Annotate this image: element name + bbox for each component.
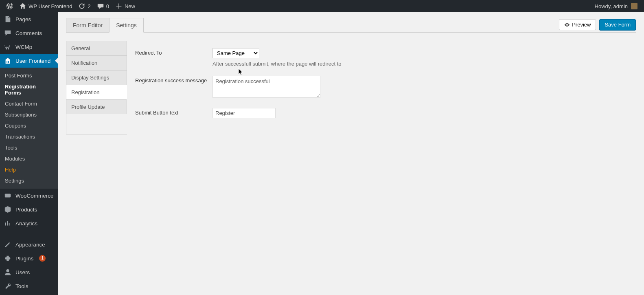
submenu-contact-form[interactable]: Contact Form <box>0 98 58 109</box>
sidebar-item-analytics[interactable]: Analytics <box>0 216 58 230</box>
analytics-icon <box>4 220 11 227</box>
submenu-help[interactable]: Help <box>0 164 58 175</box>
preview-button[interactable]: Preview <box>559 19 596 30</box>
site-name-link[interactable]: WP User Frontend <box>16 0 75 12</box>
comment-icon <box>97 3 104 9</box>
admin-sidebar: Pages Comments WCMp User Frontend Post F… <box>0 12 58 295</box>
sidebar-label: Products <box>15 207 37 213</box>
comments-count: 0 <box>106 3 109 9</box>
submenu-coupons[interactable]: Coupons <box>0 120 58 131</box>
submenu-settings[interactable]: Settings <box>0 175 58 186</box>
plugins-badge: 1 <box>39 255 46 262</box>
settings-nav-notification[interactable]: Notification <box>66 56 127 70</box>
updates-count: 2 <box>88 3 90 9</box>
settings-nav-display-settings[interactable]: Display Settings <box>66 70 127 85</box>
submenu-transactions[interactable]: Transactions <box>0 131 58 142</box>
wordpress-icon <box>7 3 13 9</box>
sidebar-label: WooCommerce <box>15 193 54 199</box>
sidebar-label: Analytics <box>15 220 37 227</box>
sidebar-label: Comments <box>15 30 42 36</box>
submit-button-text-input[interactable] <box>212 108 276 118</box>
sidebar-item-plugins[interactable]: Plugins 1 <box>0 251 58 265</box>
submenu-modules[interactable]: Modules <box>0 153 58 164</box>
updates-link[interactable]: 2 <box>75 0 94 12</box>
settings-panel: Redirect To Same Page After successfull … <box>127 41 636 134</box>
new-content-link[interactable]: New <box>112 0 138 12</box>
wcmp-icon <box>4 43 11 51</box>
sidebar-label: Pages <box>15 16 31 22</box>
refresh-icon <box>79 3 85 9</box>
sidebar-item-settings[interactable]: Settings <box>0 293 58 295</box>
products-icon <box>4 206 11 213</box>
home-icon <box>20 3 26 9</box>
sidebar-label: Plugins <box>15 255 33 262</box>
new-label: New <box>125 3 135 9</box>
success-message-textarea[interactable] <box>212 76 320 98</box>
sidebar-label: Users <box>15 269 30 275</box>
users-icon <box>4 269 11 276</box>
sidebar-item-user-frontend[interactable]: User Frontend <box>0 54 58 68</box>
sidebar-label: Appearance <box>15 242 45 248</box>
sidebar-label: WCMp <box>15 44 32 50</box>
comments-icon <box>4 29 11 37</box>
settings-nav-profile-update[interactable]: Profile Update <box>66 100 127 114</box>
sidebar-item-products[interactable]: Products <box>0 203 58 216</box>
sidebar-item-appearance[interactable]: Appearance <box>0 238 58 251</box>
woocommerce-icon <box>4 192 11 199</box>
main-content: Form Editor Settings Preview Save Form G… <box>58 12 644 295</box>
appearance-icon <box>4 241 11 248</box>
svg-rect-0 <box>5 194 11 198</box>
avatar[interactable] <box>631 3 637 9</box>
preview-label: Preview <box>572 22 591 28</box>
eye-icon <box>564 22 570 28</box>
tabs: Form Editor Settings Preview Save Form <box>66 16 636 33</box>
sidebar-item-comments[interactable]: Comments <box>0 26 58 40</box>
wp-logo[interactable] <box>3 0 16 12</box>
submenu-tools[interactable]: Tools <box>0 142 58 153</box>
submenu-post-forms[interactable]: Post Forms <box>0 70 58 81</box>
sidebar-item-woocommerce[interactable]: WooCommerce <box>0 189 58 203</box>
plugins-icon <box>4 255 11 262</box>
redirect-to-label: Redirect To <box>135 48 212 56</box>
site-name: WP User Frontend <box>28 3 72 9</box>
pages-icon <box>4 15 11 23</box>
svg-point-1 <box>6 269 9 272</box>
tab-form-editor[interactable]: Form Editor <box>66 18 110 32</box>
save-form-button[interactable]: Save Form <box>599 19 636 30</box>
sidebar-submenu: Post Forms Registration Forms Contact Fo… <box>0 68 58 189</box>
success-message-label: Registration success message <box>135 76 212 84</box>
plus-icon <box>116 3 122 9</box>
submenu-registration-forms[interactable]: Registration Forms <box>0 81 58 98</box>
tools-icon <box>4 282 11 290</box>
tab-settings[interactable]: Settings <box>109 18 144 33</box>
settings-nav: General Notification Display Settings Re… <box>66 41 127 134</box>
submenu-subscriptions[interactable]: Subscriptions <box>0 109 58 120</box>
howdy-text[interactable]: Howdy, admin <box>595 3 628 9</box>
redirect-to-desc: After successfull submit, where the page… <box>212 61 628 67</box>
user-frontend-icon <box>4 57 11 64</box>
redirect-to-select[interactable]: Same Page <box>212 48 259 58</box>
submit-button-text-label: Submit Button text <box>135 108 212 116</box>
sidebar-item-wcmp[interactable]: WCMp <box>0 40 58 54</box>
sidebar-label: User Frontend <box>15 58 50 64</box>
settings-nav-general[interactable]: General <box>66 41 127 56</box>
sidebar-item-tools[interactable]: Tools <box>0 279 58 293</box>
sidebar-item-users[interactable]: Users <box>0 265 58 279</box>
admin-bar: WP User Frontend 2 0 New Howdy, admin <box>0 0 644 12</box>
sidebar-label: Tools <box>15 283 28 289</box>
comments-link[interactable]: 0 <box>94 0 112 12</box>
sidebar-item-pages[interactable]: Pages <box>0 12 58 26</box>
settings-nav-registration[interactable]: Registration <box>66 85 127 100</box>
